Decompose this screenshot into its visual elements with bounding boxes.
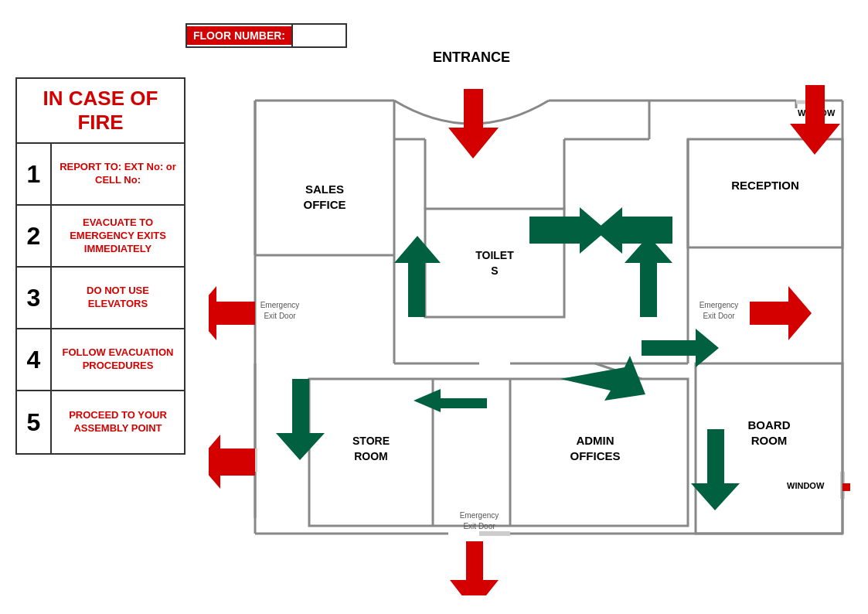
svg-text:ROOM: ROOM (354, 450, 388, 462)
step-4-number: 4 (17, 329, 52, 390)
entrance-label: ENTRANCE (433, 49, 510, 65)
step-2-text: EVACUATE TO EMERGENCY EXITS IMMEDIATELY (52, 210, 184, 262)
emergency-exit-right-label: Emergency (700, 301, 739, 309)
floor-plan-svg: ENTRANCE WINDOW RECEPTION SALES OF (209, 39, 850, 595)
step-5-number: 5 (17, 391, 52, 453)
green-arrow-left-center-top (595, 207, 672, 254)
toilet-label: TOILET (475, 249, 514, 261)
red-arrow-bottom-down (450, 541, 499, 595)
red-arrow-exit-left (209, 286, 255, 340)
step-2-number: 2 (17, 206, 52, 266)
store-room-label: STORE (352, 435, 390, 447)
reception-label: RECEPTION (731, 179, 799, 192)
step-1-number: 1 (17, 144, 52, 204)
svg-text:Exit Door: Exit Door (264, 312, 296, 320)
step-4-row: 4 FOLLOW EVACUATION PROCEDURES (17, 329, 184, 391)
board-room-label: BOARD (748, 418, 791, 432)
step-2-row: 2 EVACUATE TO EMERGENCY EXITS IMMEDIATEL… (17, 206, 184, 268)
step-3-row: 3 DO NOT USE ELEVATORS (17, 268, 184, 329)
sales-office-label: SALES (305, 182, 344, 196)
green-arrow-up-toilet-right (625, 236, 672, 317)
step-3-text: DO NOT USE ELEVATORS (52, 278, 184, 317)
fire-header-text: IN CASE OF FIRE (25, 87, 176, 135)
step-3-number: 3 (17, 268, 52, 328)
admin-offices-label: ADMIN (576, 434, 614, 447)
window-bottom-right-label: WINDOW (787, 481, 825, 490)
green-arrow-up-toilet-left (394, 236, 441, 317)
svg-rect-8 (688, 139, 842, 247)
red-arrow-top-right-up (790, 85, 840, 155)
step-5-text: PROCEED TO YOUR ASSEMBLY POINT (52, 403, 184, 442)
instructions-panel: IN CASE OF FIRE 1 REPORT TO: EXT No: or … (15, 77, 186, 455)
fire-header: IN CASE OF FIRE (17, 79, 184, 144)
green-arrow-left-lower (414, 389, 487, 412)
step-5-row: 5 PROCEED TO YOUR ASSEMBLY POINT (17, 391, 184, 453)
emergency-exit-left-label: Emergency (260, 301, 300, 309)
floor-plan: ENTRANCE WINDOW RECEPTION SALES OF (209, 39, 850, 595)
green-arrow-right-lower (642, 329, 719, 367)
step-1-text: REPORT TO: EXT No: or CELL No: (52, 155, 184, 193)
svg-text:OFFICE: OFFICE (304, 198, 346, 211)
svg-text:S: S (491, 264, 498, 277)
red-arrow-exit-right (750, 286, 812, 340)
step-1-row: 1 REPORT TO: EXT No: or CELL No: (17, 144, 184, 206)
red-arrow-step4-left (209, 435, 255, 489)
green-arrow-down-right (691, 429, 740, 510)
svg-text:ROOM: ROOM (751, 434, 788, 447)
step-4-text: FOLLOW EVACUATION PROCEDURES (52, 340, 184, 379)
svg-text:Exit Door: Exit Door (703, 312, 735, 320)
emergency-exit-bottom-label: Emergency (460, 511, 499, 520)
green-arrow-down-left (276, 379, 325, 460)
svg-text:OFFICES: OFFICES (570, 449, 620, 462)
svg-text:Exit Door: Exit Door (463, 522, 495, 530)
